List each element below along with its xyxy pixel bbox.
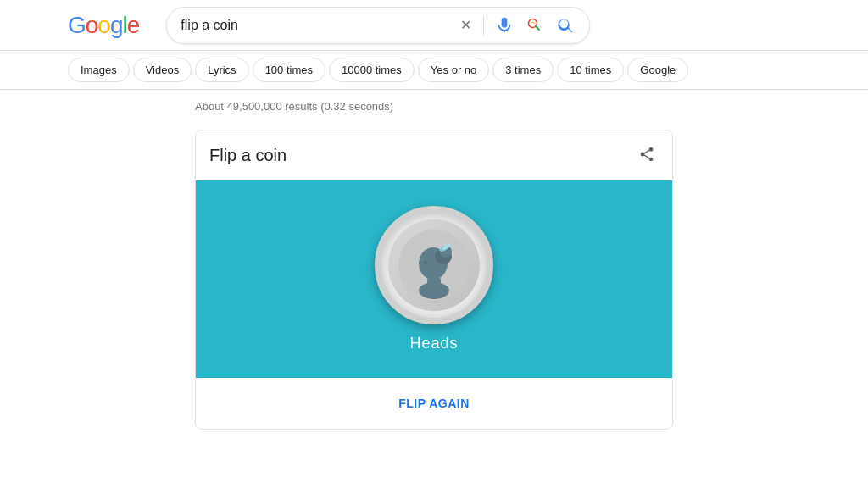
tab-lyrics[interactable]: Lyrics bbox=[195, 58, 248, 82]
coin-result-label: Heads bbox=[409, 335, 458, 352]
divider bbox=[483, 15, 484, 36]
tab-yesorno[interactable]: Yes or no bbox=[418, 58, 489, 82]
tab-images[interactable]: Images bbox=[68, 58, 130, 82]
tab-videos[interactable]: Videos bbox=[133, 58, 192, 82]
voice-search-button[interactable] bbox=[494, 15, 515, 36]
coin bbox=[375, 206, 493, 324]
flip-again-section: FLIP AGAIN bbox=[196, 378, 672, 429]
search-submit-button[interactable] bbox=[555, 15, 576, 36]
logo-o2: o bbox=[97, 12, 110, 39]
main-content: Flip a coin bbox=[0, 119, 868, 440]
search-bar bbox=[166, 7, 590, 44]
search-icon bbox=[557, 17, 574, 34]
svg-point-7 bbox=[424, 261, 427, 264]
flip-coin-card: Flip a coin bbox=[195, 130, 673, 430]
tab-100times[interactable]: 100 times bbox=[253, 58, 326, 82]
clear-button[interactable] bbox=[459, 15, 473, 35]
clear-icon bbox=[460, 17, 471, 33]
top-bar: Google bbox=[0, 0, 868, 51]
tab-3times[interactable]: 3 times bbox=[492, 58, 554, 82]
logo-g: G bbox=[68, 12, 86, 39]
tab-10times[interactable]: 10 times bbox=[557, 58, 624, 82]
coin-inner bbox=[388, 219, 480, 311]
search-tabs: Images Videos Lyrics 100 times 10000 tim… bbox=[0, 51, 868, 90]
tab-10000times[interactable]: 10000 times bbox=[329, 58, 415, 82]
share-icon bbox=[638, 146, 655, 163]
results-info: About 49,500,000 results (0.32 seconds) bbox=[0, 93, 868, 119]
flip-again-button[interactable]: FLIP AGAIN bbox=[385, 390, 483, 417]
search-bar-icons bbox=[459, 15, 576, 36]
google-logo: Google bbox=[68, 12, 139, 39]
flip-card-title: Flip a coin bbox=[209, 146, 287, 165]
lens-icon bbox=[526, 17, 543, 34]
logo-o1: o bbox=[86, 12, 98, 39]
mic-icon bbox=[496, 17, 513, 34]
coin-display-area[interactable]: Heads bbox=[196, 180, 672, 378]
logo-g2: g bbox=[110, 12, 123, 39]
tab-google[interactable]: Google bbox=[627, 58, 688, 82]
search-input[interactable] bbox=[181, 18, 452, 33]
coin-face-svg bbox=[397, 228, 471, 302]
results-count: About 49,500,000 results (0.32 seconds) bbox=[195, 100, 393, 113]
lens-search-button[interactable] bbox=[525, 15, 545, 36]
logo-e: e bbox=[127, 12, 140, 39]
flip-card-header: Flip a coin bbox=[196, 130, 672, 180]
share-button[interactable] bbox=[635, 142, 659, 169]
